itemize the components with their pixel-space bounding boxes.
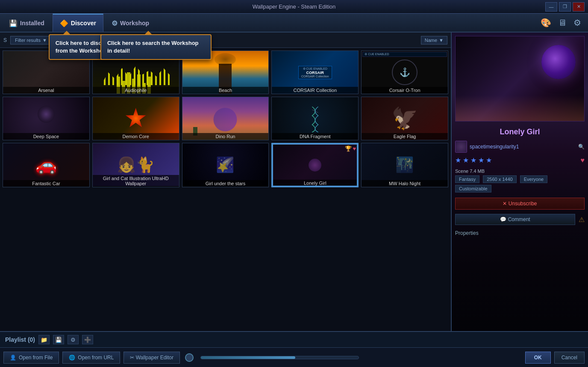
wall-label-corsair-tron: Corsair O-Tron [362,87,448,94]
wallpaper-grid: Arsenal Audiophile [0,48,451,331]
star-1: ★ [455,156,461,164]
unsubscribe-label: ✕ Unsubscribe [503,201,537,207]
sort-arrow-icon: ▼ [439,38,444,43]
tab-discover-label: Discover [71,20,96,27]
tab-discover[interactable]: 🔶 Discover Click here to discover new wa… [53,14,103,32]
ok-button[interactable]: OK [525,352,551,364]
open-url-label: Open from URL [78,355,114,361]
nav-right-icons: 🎨 🖥 ⚙ [541,14,586,32]
tab-installed[interactable]: 💾 Installed [2,14,52,32]
playlist-save-button[interactable]: 💾 [53,335,64,344]
comment-row: 💬 Comment ⚠ [455,212,585,227]
wall-item-dinorun[interactable]: Dino Run [182,97,269,140]
customizable-row: Customizable [455,185,585,192]
star-5: ★ [486,156,492,164]
wall-item-corsair[interactable]: ⚙ CUE ENABLED CORSAIR CORSAIR Collection… [271,50,359,94]
window-controls: — ❐ ✕ [545,2,585,12]
playlist-add-button[interactable]: ➕ [82,335,93,344]
age-rating-tag: Everyone [520,175,547,183]
author-name[interactable]: spacetimesingularity1 [470,144,576,150]
wall-label-girlandcat: Girl and Cat Illustration UltraHD Wallpa… [93,175,179,187]
open-url-button[interactable]: 🌐 Open from URL [62,352,120,364]
sort-label: Name [425,38,437,43]
settings-icon[interactable]: ⚙ [573,18,581,28]
filter-button[interactable]: Filter results ▼ [10,36,52,44]
close-button[interactable]: ✕ [573,2,585,12]
open-file-button[interactable]: 👤 Open from File [3,352,59,364]
cancel-label: Cancel [562,355,577,361]
scene-size-label: Scene 7.4 MB [455,169,485,174]
bottom-bar: Playlist (0) 📁 💾 ⚙ ➕ 👤 Open from File 🌐 … [0,331,588,367]
gallery-panel: S Filter results ▼ Name ▼ Arsenal [0,33,451,331]
rating-row: ★ ★ ★ ★ ★ ♥ [455,156,585,164]
wall-item-mwhalo[interactable]: 🌃 MW Halo Night [361,143,448,187]
customizable-tag: Customizable [455,185,491,192]
wall-label-dna: DNA Fragment [272,133,358,140]
wall-item-lonelygirl[interactable]: 🏆 ♥ Lonely Girl [271,143,359,187]
star-4: ★ [478,156,484,164]
scene-size-row: Scene 7.4 MB [455,169,585,174]
indicator-dot [185,353,194,362]
paint-icon[interactable]: 🎨 [541,18,551,28]
wall-label-eagle: Eagle Flag [362,133,448,140]
search-author-icon[interactable]: 🔍 [578,144,585,150]
preview-title: Lonely Girl [455,127,585,136]
wallpaper-editor-button[interactable]: ✂ Wallpaper Editor [123,352,180,364]
filter-results-label: Filter results [15,38,41,43]
wall-item-eagle[interactable]: 🦅 Eagle Flag [361,97,448,140]
wall-label-lonelygirl: Lonely Girl [272,180,358,186]
star-2: ★ [463,156,469,164]
thumb-overlay-icons: 🏆 ♥ [345,145,356,152]
playlist-label: Playlist (0) [5,336,35,343]
main-area: S Filter results ▼ Name ▼ Arsenal [0,33,588,331]
wall-item-deepspace[interactable]: Deep Space [3,97,90,140]
sort-select[interactable]: Name ▼ [421,36,447,44]
wall-label-fantasticcar: Fantastic Car [3,180,89,187]
wall-label-mwhalo: MW Halo Night [362,180,448,187]
comment-label: 💬 Comment [500,216,530,222]
ok-label: OK [534,355,542,361]
trophy-icon: 🏆 [345,145,352,152]
app-title: Wallpaper Engine - Steam Edition [253,3,336,10]
unsubscribe-button[interactable]: ✕ Unsubscribe [455,198,585,210]
wall-item-girlstars[interactable]: 🌠 Girl under the stars [182,143,269,187]
open-file-icon: 👤 [10,355,16,361]
comment-button[interactable]: 💬 Comment [455,214,575,225]
tab-workshop-label: Workshop [120,20,149,27]
title-bar: Wallpaper Engine - Steam Edition — ❐ ✕ [0,0,588,14]
wall-label-beach: Beach [182,87,269,94]
open-url-icon: 🌐 [69,355,75,361]
tab-workshop[interactable]: ⚙ Workshop Click here to search the Work… [104,14,156,32]
progress-bar [200,356,359,359]
preview-image [455,36,585,121]
wall-label-girlstars: Girl under the stars [182,180,269,187]
genre-row: Fantasy 2560 x 1440 Everyone [455,175,585,183]
open-file-label: Open from File [19,355,53,361]
report-icon[interactable]: ⚠ [579,216,585,224]
wall-label-deepspace: Deep Space [3,133,89,140]
wall-item-fantasticcar[interactable]: 🚗 Fantastic Car [3,143,90,187]
wall-label-arsenal: Arsenal [3,87,89,94]
heart-icon[interactable]: ♥ [581,157,585,164]
wall-item-dna[interactable]: DNA Fragment [271,97,359,140]
workshop-tooltip: Click here to search the Workshop in det… [100,34,212,60]
monitor-icon[interactable]: 🖥 [558,18,567,28]
minimize-button[interactable]: — [545,2,557,12]
maximize-button[interactable]: ❐ [559,2,571,12]
filter-icon: ▼ [42,38,47,43]
wallpaper-editor-label: ✂ Wallpaper Editor [130,355,173,361]
properties-label[interactable]: Properties [455,230,585,236]
wall-label-demoncore: Demon Core [93,133,179,140]
genre-tag: Fantasy [455,175,479,183]
playlist-settings-button[interactable]: ⚙ [68,335,79,344]
playlist-browse-button[interactable]: 📁 [38,335,50,344]
installed-icon: 💾 [9,19,18,27]
wall-item-girlandcat[interactable]: 👧🐈 Girl and Cat Illustration UltraHD Wal… [92,143,179,187]
action-bar: 👤 Open from File 🌐 Open from URL ✂ Wallp… [0,348,588,367]
heart-thumb-icon: ♥ [353,145,356,152]
wall-item-corsair-tron[interactable]: ⚓ ⚙ CUE ENABLED Corsair O-Tron [361,50,448,94]
wall-item-demoncore[interactable]: Demon Core [92,97,179,140]
filter-label: S [3,37,7,43]
cancel-button[interactable]: Cancel [554,352,585,364]
playlist-bar: Playlist (0) 📁 💾 ⚙ ➕ [0,332,588,348]
